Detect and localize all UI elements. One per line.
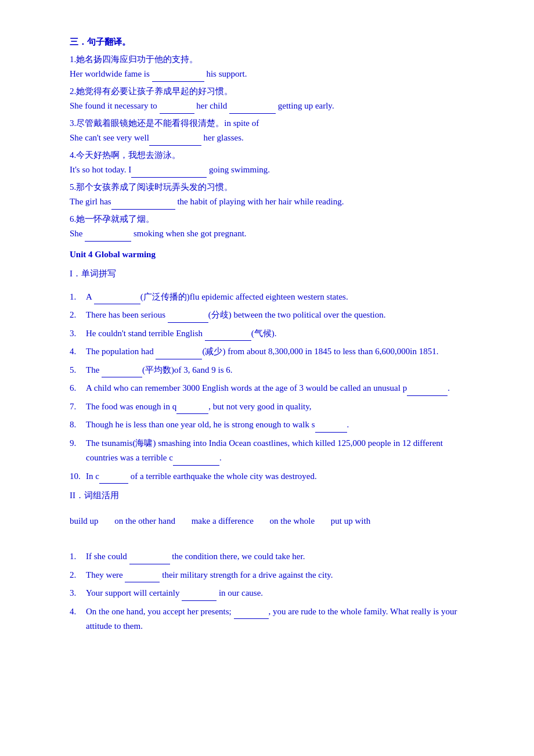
phrase-item-2: 2. They were their military strength for… bbox=[70, 568, 464, 583]
sentence-2-english: She found it necessary to her child gett… bbox=[70, 99, 464, 114]
blank-w1[interactable] bbox=[94, 296, 140, 304]
blank-p3[interactable] bbox=[182, 592, 217, 601]
section2-title: II．词组活用 bbox=[70, 488, 464, 503]
word-list: 1. A (广泛传播的)flu epidemic affected eighte… bbox=[70, 290, 464, 484]
word-item-6: 6. A child who can remember 3000 English… bbox=[70, 381, 464, 396]
sentence-2-chinese: 2.她觉得有必要让孩子养成早起的好习惯。 bbox=[70, 84, 464, 99]
phrase-item-3: 3. Your support will certainly in our ca… bbox=[70, 586, 464, 601]
phrase-1: build up bbox=[70, 516, 99, 525]
blank-6[interactable] bbox=[85, 233, 131, 242]
sentence-3-english: She can't see very well her glasses. bbox=[70, 131, 464, 146]
phrase-3: make a difference bbox=[192, 516, 254, 525]
word-item-4: 4. The population had (减少) from about 8,… bbox=[70, 344, 464, 359]
blank-w10[interactable] bbox=[99, 475, 128, 484]
phrase-item-4: 4. On the one hand, you accept her prese… bbox=[70, 604, 464, 634]
section1-title: I．单词拼写 bbox=[70, 267, 464, 282]
word-item-7: 7. The food was enough in q, but not ver… bbox=[70, 399, 464, 415]
sentence-3-chinese: 3.尽管戴着眼镜她还是不能看得很清楚。in spite of bbox=[70, 116, 464, 131]
phrase-5: put up with bbox=[331, 516, 370, 525]
section2: II．词组活用 build up on the other hand make … bbox=[70, 488, 464, 634]
blank-2a[interactable] bbox=[160, 105, 194, 114]
word-item-2: 2. There has been serious (分歧) between t… bbox=[70, 308, 464, 323]
blank-5[interactable] bbox=[111, 201, 175, 210]
sentence-4: 4.今天好热啊，我想去游泳。 It's so hot today. I goin… bbox=[70, 148, 464, 178]
sentence-4-english: It's so hot today. I going swimming. bbox=[70, 163, 464, 178]
word-item-1: 1. A (广泛传播的)flu epidemic affected eighte… bbox=[70, 290, 464, 305]
blank-w3[interactable] bbox=[205, 332, 251, 341]
sentence-4-chinese: 4.今天好热啊，我想去游泳。 bbox=[70, 148, 464, 163]
sentence-6-english: She smoking when she got pregnant. bbox=[70, 226, 464, 242]
phrase-2: on the other hand bbox=[114, 516, 175, 525]
phrase-box: build up on the other hand make a differ… bbox=[70, 509, 464, 534]
sentence-3: 3.尽管戴着眼镜她还是不能看得很清楚。in spite of She can't… bbox=[70, 116, 464, 146]
blank-w8[interactable] bbox=[315, 424, 347, 433]
blank-w4[interactable] bbox=[156, 351, 202, 359]
phrase-4: on the whole bbox=[270, 516, 315, 525]
phrase-item-1: 1. If she could the condition there, we … bbox=[70, 549, 464, 564]
blank-p1[interactable] bbox=[129, 556, 170, 564]
phrase-list: 1. If she could the condition there, we … bbox=[70, 549, 464, 634]
sentence-6: 6.她一怀孕就戒了烟。 She smoking when she got pre… bbox=[70, 212, 464, 242]
blank-1[interactable] bbox=[152, 73, 204, 82]
word-item-5: 5. The (平均数)of 3, 6and 9 is 6. bbox=[70, 363, 464, 378]
sentence-5-english: The girl has the habit of playing with h… bbox=[70, 195, 464, 210]
word-item-8: 8. Though he is less than one year old, … bbox=[70, 417, 464, 433]
word-item-3: 3. He couldn't stand terrible English (气… bbox=[70, 326, 464, 341]
section3: 三．句子翻译。 1.她名扬四海应归功于他的支持。 Her worldwide f… bbox=[70, 35, 464, 242]
unit-title: Unit 4 Global warming bbox=[70, 247, 464, 262]
sentence-1-english: Her worldwide fame is his support. bbox=[70, 67, 464, 82]
blank-w5[interactable] bbox=[102, 369, 142, 377]
sentence-1-chinese: 1.她名扬四海应归功于他的支持。 bbox=[70, 52, 464, 67]
blank-w7[interactable] bbox=[176, 405, 208, 414]
blank-2b[interactable] bbox=[229, 105, 276, 114]
blank-w6[interactable] bbox=[407, 387, 448, 396]
blank-p4[interactable] bbox=[234, 610, 269, 619]
blank-4[interactable] bbox=[131, 169, 207, 178]
sentence-2: 2.她觉得有必要让孩子养成早起的好习惯。 She found it necess… bbox=[70, 84, 464, 114]
section1: I．单词拼写 1. A (广泛传播的)flu epidemic affected… bbox=[70, 267, 464, 484]
sentence-1: 1.她名扬四海应归功于他的支持。 Her worldwide fame is h… bbox=[70, 52, 464, 82]
sentence-6-chinese: 6.她一怀孕就戒了烟。 bbox=[70, 212, 464, 227]
word-item-9: 9. The tsunamis(海啸) smashing into India … bbox=[70, 436, 464, 466]
blank-w9[interactable] bbox=[173, 457, 219, 466]
blank-3[interactable] bbox=[149, 137, 201, 146]
blank-p2[interactable] bbox=[125, 574, 160, 582]
sentence-5: 5.那个女孩养成了阅读时玩弄头发的习惯。 The girl has the ha… bbox=[70, 180, 464, 210]
word-item-10: 10. In c of a terrible earthquake the wh… bbox=[70, 469, 464, 484]
section3-title: 三．句子翻译。 bbox=[70, 35, 464, 50]
blank-w2[interactable] bbox=[168, 314, 208, 323]
sentence-5-chinese: 5.那个女孩养成了阅读时玩弄头发的习惯。 bbox=[70, 180, 464, 195]
